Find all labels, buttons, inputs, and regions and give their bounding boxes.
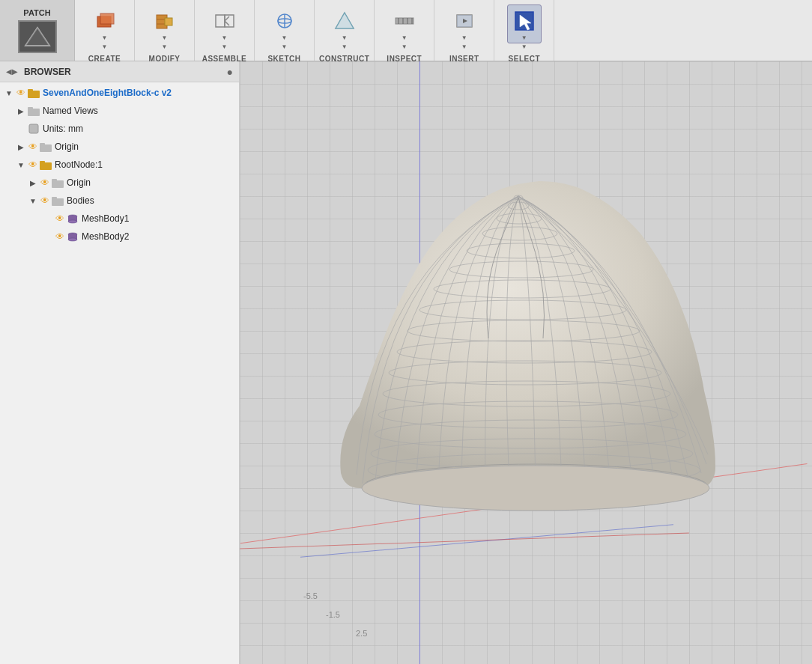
units-icon (27, 122, 40, 135)
meshbody1-eye-icon[interactable]: 👁 (54, 213, 66, 225)
origin-top-toggle[interactable]: ▶ (15, 141, 27, 153)
svg-point-46 (68, 238, 77, 241)
patch-icon (18, 20, 57, 53)
named-views-label: Named Views (43, 106, 98, 116)
bodies-folder-icon (51, 194, 64, 207)
select-icon (512, 9, 536, 33)
svg-rect-9 (216, 15, 225, 27)
coord-label-1: -5.5 (303, 591, 318, 600)
assemble-button[interactable]: ▼ (207, 4, 242, 43)
bodies-toggle[interactable]: ▼ (27, 195, 39, 207)
svg-rect-34 (40, 143, 45, 146)
browser-panel: ◀▶ BROWSER ● ▼ 👁 SevenAndOneEightBlock-c… (0, 61, 240, 664)
insert-section: ▼ ▼ INSERT (434, 0, 494, 61)
root-folder-icon (27, 86, 40, 100)
mesh-3d-body (300, 121, 764, 570)
create-section: ▼ ▼ CREATE (75, 0, 135, 61)
named-views-folder-icon (27, 104, 40, 118)
inspect-button[interactable]: ▼ (387, 4, 422, 43)
tree-root-item[interactable]: ▼ 👁 SevenAndOneEightBlock-c v2 (0, 84, 239, 102)
patch-mode-button[interactable]: PATCH (0, 0, 75, 61)
origin-top-label: Origin (55, 141, 79, 152)
modify-button[interactable]: ▼ (148, 4, 182, 43)
rootnode-label: RootNode:1 (55, 159, 103, 170)
inspect-section: ▼ ▼ INSPECT (375, 0, 434, 61)
origin-top-folder-icon (39, 140, 52, 153)
units-toggle (15, 123, 27, 135)
meshbody2-icon (66, 230, 79, 243)
sketch-button[interactable]: ▼ (267, 4, 302, 43)
meshbody2-item[interactable]: 👁 MeshBody2 (0, 228, 239, 246)
insert-icon (452, 9, 476, 33)
construct-section: ▼ ▼ CONSTRUCT (315, 0, 375, 61)
sketch-icon (273, 9, 297, 33)
assemble-icon (213, 9, 237, 33)
svg-marker-17 (336, 13, 354, 28)
origin-inner-label: Origin (67, 177, 91, 188)
select-section: ▼ ▼ SELECT (494, 0, 554, 61)
select-button[interactable]: ▼ (507, 4, 542, 43)
rootnode-toggle[interactable]: ▼ (15, 159, 27, 171)
svg-rect-40 (52, 197, 57, 200)
browser-pin-icon[interactable]: ● (227, 66, 233, 78)
rootnode-icon (39, 158, 52, 171)
origin-top-eye-icon[interactable]: 👁 (27, 141, 39, 153)
origin-inner-item[interactable]: ▶ 👁 Origin (0, 174, 239, 192)
create-button[interactable]: ▼ (88, 4, 122, 43)
origin-top-item[interactable]: ▶ 👁 Origin (0, 138, 239, 156)
construct-button[interactable]: ▼ (327, 4, 362, 43)
meshbody1-item[interactable]: 👁 MeshBody1 (0, 210, 239, 228)
named-views-item[interactable]: ▶ Named Views (0, 102, 239, 120)
modify-section: ▼ ▼ MODIFY (135, 0, 195, 61)
svg-rect-29 (28, 89, 33, 92)
origin-inner-toggle[interactable]: ▶ (27, 177, 39, 189)
svg-line-11 (225, 16, 229, 21)
svg-point-43 (68, 220, 77, 223)
browser-header: ◀▶ BROWSER ● (0, 61, 239, 82)
patch-label: PATCH (23, 8, 50, 17)
named-views-toggle[interactable]: ▶ (15, 105, 27, 117)
sketch-section: ▼ ▼ SKETCH (255, 0, 315, 61)
construct-icon (333, 9, 357, 33)
main-content: ◀▶ BROWSER ● ▼ 👁 SevenAndOneEightBlock-c… (0, 61, 812, 664)
meshbody2-eye-icon[interactable]: 👁 (54, 231, 66, 243)
create-icon (93, 9, 117, 33)
assemble-section: ▼ ▼ ASSEMBLE (195, 0, 255, 61)
meshbody2-spacer (42, 231, 54, 243)
inspect-icon (393, 9, 416, 33)
svg-rect-31 (28, 107, 33, 110)
origin-inner-folder-icon (51, 176, 64, 189)
bodies-label: Bodies (67, 195, 94, 206)
rootnode-eye-icon[interactable]: 👁 (27, 159, 39, 171)
units-item[interactable]: Units: mm (0, 120, 239, 138)
svg-point-66 (362, 466, 709, 511)
meshbody1-spacer (42, 213, 54, 225)
origin-inner-eye-icon[interactable]: 👁 (39, 177, 51, 189)
meshbody1-icon (66, 212, 79, 225)
svg-rect-32 (29, 124, 38, 133)
toolbar: PATCH ▼ ▼ CREATE (0, 0, 812, 61)
root-toggle[interactable]: ▼ (3, 87, 15, 99)
create-arrow: ▼ (102, 34, 108, 41)
units-label: Units: mm (43, 124, 83, 134)
viewport[interactable]: -5.5 -1.5 2.5 (240, 61, 812, 664)
svg-line-12 (225, 21, 229, 25)
root-eye-icon[interactable]: 👁 (15, 87, 27, 99)
coord-label-3: 2.5 (356, 629, 367, 638)
svg-rect-36 (40, 161, 45, 164)
svg-rect-8 (165, 18, 172, 25)
modify-icon (153, 9, 177, 33)
coord-label-2: -1.5 (326, 610, 340, 619)
bodies-eye-icon[interactable]: 👁 (39, 195, 51, 207)
insert-button[interactable]: ▼ (447, 4, 482, 43)
meshbody1-label: MeshBody1 (82, 213, 129, 224)
root-label: SevenAndOneEightBlock-c v2 (43, 88, 172, 98)
browser-nav-arrows[interactable]: ◀▶ (6, 67, 18, 76)
browser-tree: ▼ 👁 SevenAndOneEightBlock-c v2 ▶ (0, 82, 239, 664)
bodies-item[interactable]: ▼ 👁 Bodies (0, 192, 239, 210)
meshbody2-label: MeshBody2 (82, 231, 129, 242)
svg-rect-38 (52, 179, 57, 182)
svg-rect-4 (100, 13, 114, 24)
rootnode-item[interactable]: ▼ 👁 RootNode:1 (0, 156, 239, 174)
browser-title: BROWSER (24, 67, 227, 77)
